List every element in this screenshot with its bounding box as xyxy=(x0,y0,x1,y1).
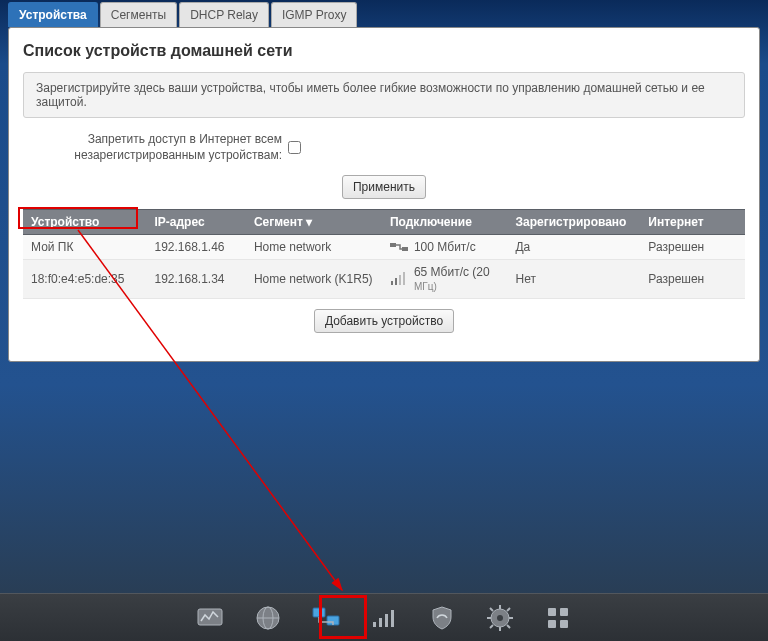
svg-rect-5 xyxy=(403,272,405,285)
cell-ip: 192.168.1.34 xyxy=(146,260,245,299)
table-row[interactable]: 18:f0:e4:e5:de:35 192.168.1.34 Home netw… xyxy=(23,260,745,299)
svg-line-23 xyxy=(490,608,493,611)
nav-internet-icon[interactable] xyxy=(248,600,288,636)
cell-internet: Разрешен xyxy=(640,235,745,260)
th-device[interactable]: Устройство xyxy=(23,210,146,235)
svg-point-18 xyxy=(497,615,503,621)
cell-connection: 100 Мбит/с xyxy=(382,235,508,260)
svg-rect-14 xyxy=(379,618,382,627)
cell-device: 18:f0:e4:e5:de:35 xyxy=(23,260,146,299)
tab-igmp-proxy[interactable]: IGMP Proxy xyxy=(271,2,357,27)
svg-line-25 xyxy=(507,608,510,611)
svg-rect-13 xyxy=(373,622,376,627)
panel-title: Список устройств домашней сети xyxy=(23,42,745,60)
th-segment[interactable]: Сегмент ▾ xyxy=(246,210,382,235)
cell-registered: Нет xyxy=(507,260,640,299)
svg-rect-11 xyxy=(313,608,325,617)
cell-device: Мой ПК xyxy=(23,235,146,260)
svg-rect-15 xyxy=(385,614,388,627)
tab-dhcp-relay[interactable]: DHCP Relay xyxy=(179,2,269,27)
svg-rect-4 xyxy=(399,275,401,285)
cell-internet: Разрешен xyxy=(640,260,745,299)
cell-connection: 65 Мбит/с (20 МГц) xyxy=(382,260,508,299)
nav-security-icon[interactable] xyxy=(422,600,462,636)
svg-line-24 xyxy=(507,625,510,628)
nav-wifi-icon[interactable] xyxy=(364,600,404,636)
svg-rect-28 xyxy=(560,608,568,616)
th-ip[interactable]: IP-адрес xyxy=(146,210,245,235)
bottom-nav xyxy=(0,593,768,641)
svg-rect-27 xyxy=(548,608,556,616)
svg-rect-30 xyxy=(560,620,568,628)
svg-rect-16 xyxy=(391,610,394,627)
th-connection[interactable]: Подключение xyxy=(382,210,508,235)
nav-status-icon[interactable] xyxy=(190,600,230,636)
svg-line-26 xyxy=(490,625,493,628)
nav-settings-icon[interactable] xyxy=(480,600,520,636)
svg-rect-3 xyxy=(395,278,397,285)
cell-segment: Home network (K1R5) xyxy=(246,260,382,299)
th-internet[interactable]: Интернет xyxy=(640,210,745,235)
svg-rect-2 xyxy=(391,281,393,285)
tab-segments[interactable]: Сегменты xyxy=(100,2,177,27)
nav-network-icon[interactable] xyxy=(306,600,346,636)
apply-button[interactable]: Применить xyxy=(342,175,426,199)
block-internet-label: Запретить доступ в Интернет всем незарег… xyxy=(23,132,288,163)
block-internet-row: Запретить доступ в Интернет всем незарег… xyxy=(23,132,745,163)
wifi-icon xyxy=(390,272,408,286)
table-row[interactable]: Мой ПК 192.168.1.46 Home network 100 Мби… xyxy=(23,235,745,260)
cell-registered: Да xyxy=(507,235,640,260)
add-device-button[interactable]: Добавить устройство xyxy=(314,309,454,333)
devices-table: Устройство IP-адрес Сегмент ▾ Подключени… xyxy=(23,209,745,299)
svg-rect-29 xyxy=(548,620,556,628)
cell-ip: 192.168.1.46 xyxy=(146,235,245,260)
block-internet-checkbox[interactable] xyxy=(288,141,301,154)
table-header-row: Устройство IP-адрес Сегмент ▾ Подключени… xyxy=(23,210,745,235)
svg-rect-0 xyxy=(390,243,396,247)
th-registered[interactable]: Зарегистрировано xyxy=(507,210,640,235)
wired-icon xyxy=(390,241,408,253)
cell-segment: Home network xyxy=(246,235,382,260)
tab-bar: Устройства Сегменты DHCP Relay IGMP Prox… xyxy=(8,2,760,27)
main-panel: Список устройств домашней сети Зарегистр… xyxy=(8,27,760,362)
nav-apps-icon[interactable] xyxy=(538,600,578,636)
panel-hint: Зарегистрируйте здесь ваши устройства, ч… xyxy=(23,72,745,118)
tab-devices[interactable]: Устройства xyxy=(8,2,98,27)
svg-rect-1 xyxy=(402,247,408,251)
